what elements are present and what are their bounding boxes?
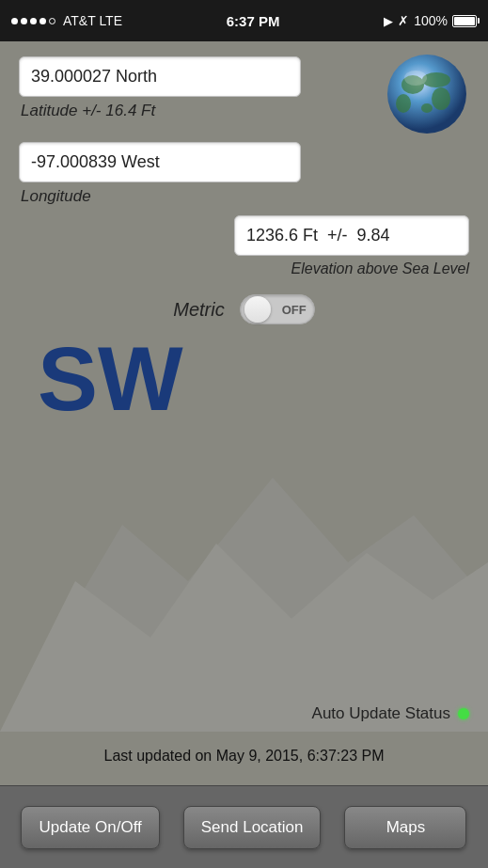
latitude-label: Latitude +/- 16.4 Ft (19, 102, 375, 120)
elevation-section: Elevation above Sea Level (19, 215, 469, 277)
dot5 (49, 18, 55, 24)
longitude-section: Longitude (19, 142, 469, 206)
status-left: AT&T LTE (11, 13, 122, 28)
mountain-background (0, 468, 488, 732)
metric-row: Metric OFF (19, 294, 469, 324)
signal-dots (11, 18, 55, 24)
latitude-input[interactable] (19, 56, 301, 97)
auto-update-row: Auto Update Status (312, 704, 469, 723)
svg-point-7 (404, 71, 427, 86)
metric-label: Metric (173, 299, 224, 321)
metric-toggle[interactable]: OFF (240, 294, 315, 324)
maps-button[interactable]: Maps (344, 806, 466, 849)
svg-marker-8 (0, 478, 488, 732)
carrier-label: AT&T LTE (63, 13, 122, 28)
battery-percent: 100% (414, 13, 448, 28)
status-bar: AT&T LTE 6:37 PM ▶ ✗ 100% (0, 0, 488, 41)
elevation-label: Elevation above Sea Level (291, 260, 469, 277)
status-time: 6:37 PM (227, 13, 280, 29)
main-content: Latitude +/- 16.4 Ft (0, 41, 488, 439)
toggle-state-label: OFF (282, 303, 307, 317)
svg-point-6 (421, 103, 433, 113)
dot4 (39, 18, 46, 24)
location-icon: ▶ (384, 14, 393, 28)
battery-icon (452, 15, 477, 27)
svg-point-5 (396, 94, 411, 113)
elevation-input[interactable] (234, 215, 469, 256)
toggle-knob (244, 296, 271, 323)
svg-marker-9 (0, 544, 488, 732)
bottom-toolbar: Update On/Off Send Location Maps (0, 785, 488, 868)
status-section: Auto Update Status (312, 704, 469, 727)
longitude-label: Longitude (19, 187, 469, 206)
send-location-button[interactable]: Send Location (183, 806, 322, 849)
dot2 (21, 18, 27, 24)
dot1 (11, 18, 18, 24)
auto-update-label: Auto Update Status (312, 704, 450, 723)
latitude-section: Latitude +/- 16.4 Ft (19, 56, 375, 132)
longitude-input[interactable] (19, 142, 301, 182)
last-updated-label: Last updated on May 9, 2015, 6:37:23 PM (19, 748, 469, 765)
globe-icon (385, 52, 469, 136)
battery-fill (454, 17, 475, 25)
bluetooth-icon: ✗ (398, 13, 409, 28)
svg-point-4 (432, 87, 450, 110)
dot3 (30, 18, 37, 24)
svg-point-1 (387, 55, 466, 134)
top-row: Latitude +/- 16.4 Ft (19, 56, 469, 136)
update-button[interactable]: Update On/Off (21, 806, 159, 849)
status-right: ▶ ✗ 100% (384, 13, 477, 28)
status-indicator (458, 708, 469, 719)
compass-direction: SW (19, 334, 469, 424)
